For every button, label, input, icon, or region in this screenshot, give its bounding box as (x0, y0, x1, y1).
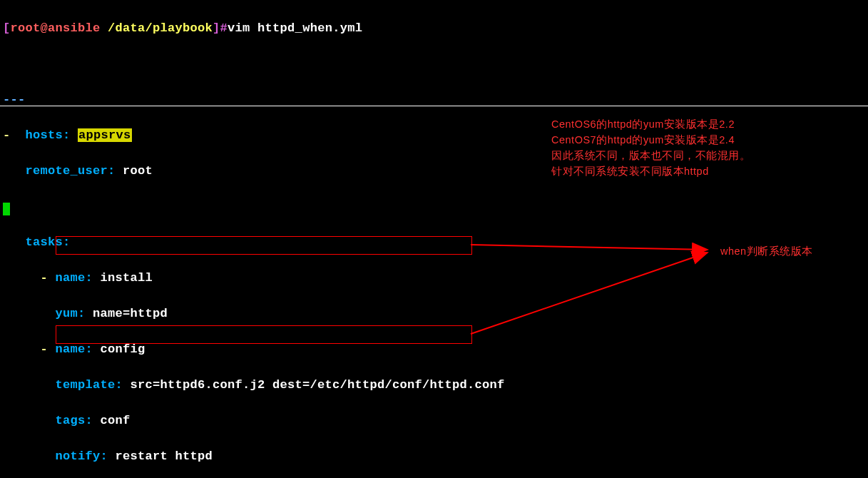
annotation-when-label: when判断系统版本 (720, 243, 813, 259)
annotation-versions: CentOS6的httpd的yum安装版本是2.2 CentOS7的httpd的… (551, 116, 750, 179)
user-host: root@ansible (11, 21, 101, 35)
task-config1-template[interactable]: template: src=httpd6.conf.j2 dest=/etc/h… (3, 376, 865, 394)
cursor-line (3, 198, 865, 215)
task-config1-tags[interactable]: tags: conf (3, 412, 865, 429)
prompt-line: [root@ansible /data/playbook]#vim httpd_… (3, 19, 865, 37)
terminal-area: [root@ansible /data/playbook]#vim httpd_… (0, 0, 868, 478)
bracket-open: [ (3, 21, 11, 35)
separator-line (0, 106, 868, 106)
task-config1-name[interactable]: - name: config (3, 340, 865, 358)
bracket-close: ]# (213, 21, 228, 35)
cwd: /data/playbook (108, 21, 213, 35)
cursor-icon (3, 203, 10, 215)
task-config1-notify[interactable]: notify: restart httpd (3, 447, 865, 465)
command-text[interactable]: vim httpd_when.yml (228, 21, 362, 35)
task-install-yum[interactable]: yum: name=httpd (3, 305, 865, 322)
hosts-value: appsrvs (78, 128, 132, 142)
task-install-name[interactable]: - name: install (3, 269, 865, 287)
